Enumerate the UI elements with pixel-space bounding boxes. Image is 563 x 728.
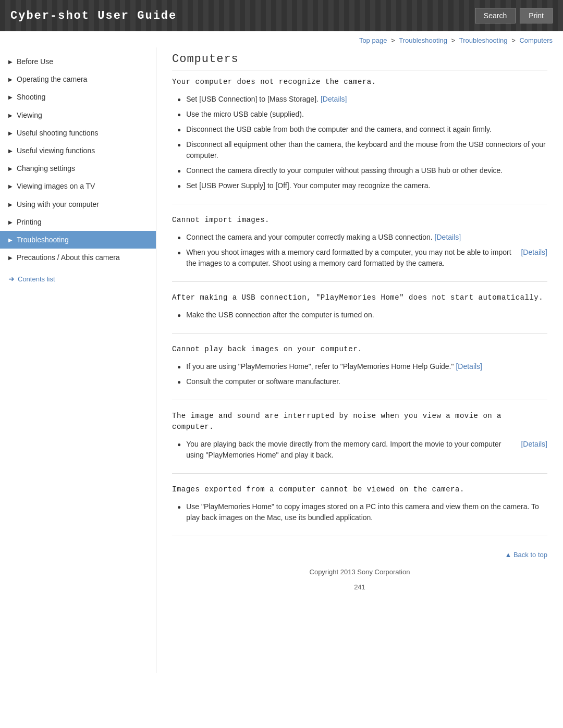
arrow-icon: ▶ xyxy=(8,147,13,154)
arrow-icon: ▶ xyxy=(8,58,13,65)
sidebar-item-before-use[interactable]: ▶ Before Use xyxy=(0,53,156,70)
sidebar-item-useful-shooting[interactable]: ▶ Useful shooting functions xyxy=(0,124,156,142)
sidebar-item-troubleshooting[interactable]: ▶ Troubleshooting xyxy=(0,231,156,249)
list-item: Connect the camera and your computer cor… xyxy=(177,232,547,243)
arrow-icon: ▶ xyxy=(8,130,13,137)
back-to-top-link[interactable]: ▲ Back to top xyxy=(172,547,547,561)
breadcrumb-troubleshooting1[interactable]: Troubleshooting xyxy=(399,36,447,44)
list-item: Set [USB Connection] to [Mass Storage]. … xyxy=(177,94,547,105)
bullet-list-5: You are playing back the movie directly … xyxy=(172,439,547,461)
sidebar-item-viewing-tv[interactable]: ▶ Viewing images on a TV xyxy=(0,177,156,195)
section-title-4: Cannot play back images on your computer… xyxy=(172,344,547,355)
list-item: Set [USB Power Supply] to [Off]. Your co… xyxy=(177,180,547,191)
breadcrumb-troubleshooting2[interactable]: Troubleshooting xyxy=(459,36,508,44)
arrow-icon: ▶ xyxy=(8,219,13,226)
list-item: Use "PlayMemories Home" to copy images s… xyxy=(177,501,547,523)
section-noise-movie: The image and sound are interrupted by n… xyxy=(172,411,547,474)
breadcrumb-computers[interactable]: Computers xyxy=(519,36,553,44)
arrow-icon: ▶ xyxy=(8,94,13,101)
arrow-icon: ▶ xyxy=(8,76,13,83)
section-title-3: After making a USB connection, "PlayMemo… xyxy=(172,292,547,303)
sidebar-item-useful-viewing[interactable]: ▶ Useful viewing functions xyxy=(0,142,156,159)
section-computer-not-recognize: Your computer does not recognize the cam… xyxy=(172,77,547,204)
section-title-6: Images exported from a computer cannot b… xyxy=(172,484,547,495)
section-cannot-import: Cannot import images. Connect the camera… xyxy=(172,215,547,282)
header: Cyber-shot User Guide Search Print xyxy=(0,0,563,31)
arrow-right-icon: ➜ xyxy=(8,275,15,283)
sidebar-item-using-computer[interactable]: ▶ Using with your computer xyxy=(0,195,156,213)
arrow-icon: ▶ xyxy=(8,165,13,172)
list-item: Make the USB connection after the comput… xyxy=(177,310,547,320)
details-link-1[interactable]: [Details] xyxy=(321,94,347,105)
details-link-5[interactable]: [Details] xyxy=(521,439,547,450)
list-item: If you are using "PlayMemories Home", re… xyxy=(177,361,547,372)
main-content: Computers Your computer does not recogni… xyxy=(156,47,563,617)
sidebar: ▶ Before Use ▶ Operating the camera ▶ Sh… xyxy=(0,47,156,673)
page-number: 241 xyxy=(172,583,547,601)
details-link-4[interactable]: [Details] xyxy=(456,361,482,372)
sidebar-item-precautions[interactable]: ▶ Precautions / About this camera xyxy=(0,249,156,266)
section-title-1: Your computer does not recognize the cam… xyxy=(172,77,547,88)
section-exported-images: Images exported from a computer cannot b… xyxy=(172,484,547,536)
contents-list-link[interactable]: ➜ Contents list xyxy=(0,269,156,288)
search-button[interactable]: Search xyxy=(475,8,516,23)
bullet-list-6: Use "PlayMemories Home" to copy images s… xyxy=(172,501,547,523)
list-item: You are playing back the movie directly … xyxy=(177,439,547,461)
sidebar-item-operating[interactable]: ▶ Operating the camera xyxy=(0,70,156,88)
bullet-list-2: Connect the camera and your computer cor… xyxy=(172,232,547,269)
list-item: Consult the computer or software manufac… xyxy=(177,376,547,387)
section-title-2: Cannot import images. xyxy=(172,215,547,226)
details-link-3[interactable]: [Details] xyxy=(521,247,547,258)
list-item: When you shoot images with a memory card… xyxy=(177,247,547,269)
list-item: Disconnect all equipment other than the … xyxy=(177,139,547,161)
section-title-5: The image and sound are interrupted by n… xyxy=(172,411,547,433)
arrow-icon: ▶ xyxy=(8,183,13,190)
arrow-icon: ▶ xyxy=(8,254,13,261)
section-playmemories-no-start: After making a USB connection, "PlayMemo… xyxy=(172,292,547,334)
list-item: Use the micro USB cable (supplied). xyxy=(177,109,547,120)
site-title: Cyber-shot User Guide xyxy=(10,9,177,22)
list-item: Disconnect the USB cable from both the c… xyxy=(177,124,547,135)
list-item: Connect the camera directly to your comp… xyxy=(177,165,547,176)
sidebar-item-viewing[interactable]: ▶ Viewing xyxy=(0,106,156,124)
breadcrumb-top[interactable]: Top page xyxy=(359,36,387,44)
page-layout: ▶ Before Use ▶ Operating the camera ▶ Sh… xyxy=(0,47,563,673)
bullet-list-1: Set [USB Connection] to [Mass Storage]. … xyxy=(172,94,547,191)
bullet-list-4: If you are using "PlayMemories Home", re… xyxy=(172,361,547,387)
arrow-icon: ▶ xyxy=(8,112,13,119)
back-to-top-anchor[interactable]: ▲ Back to top xyxy=(505,551,547,559)
sidebar-item-changing-settings[interactable]: ▶ Changing settings xyxy=(0,159,156,177)
arrow-icon: ▶ xyxy=(8,237,13,243)
copyright-text: Copyright 2013 Sony Corporation xyxy=(172,568,547,579)
section-cannot-play-back: Cannot play back images on your computer… xyxy=(172,344,547,400)
sidebar-item-printing[interactable]: ▶ Printing xyxy=(0,213,156,231)
sidebar-item-shooting[interactable]: ▶ Shooting xyxy=(0,88,156,106)
bullet-list-3: Make the USB connection after the comput… xyxy=(172,310,547,320)
header-actions: Search Print xyxy=(475,8,553,23)
print-button[interactable]: Print xyxy=(520,8,553,23)
breadcrumb: Top page > Troubleshooting > Troubleshoo… xyxy=(0,31,563,47)
page-title: Computers xyxy=(172,53,547,70)
details-link-2[interactable]: [Details] xyxy=(435,232,461,243)
arrow-icon: ▶ xyxy=(8,201,13,208)
